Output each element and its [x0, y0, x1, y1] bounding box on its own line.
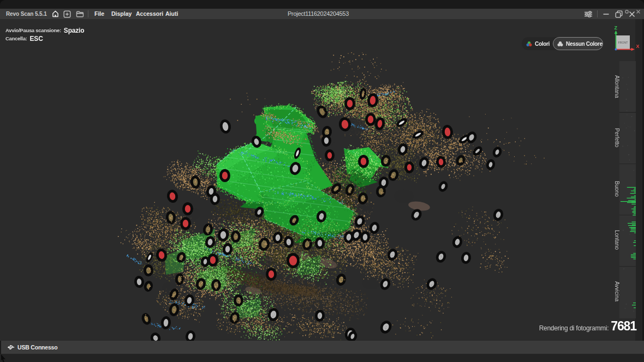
- svg-text:X: X: [636, 44, 640, 49]
- svg-text:FRONT: FRONT: [618, 41, 629, 44]
- svg-text:Z: Z: [615, 25, 618, 31]
